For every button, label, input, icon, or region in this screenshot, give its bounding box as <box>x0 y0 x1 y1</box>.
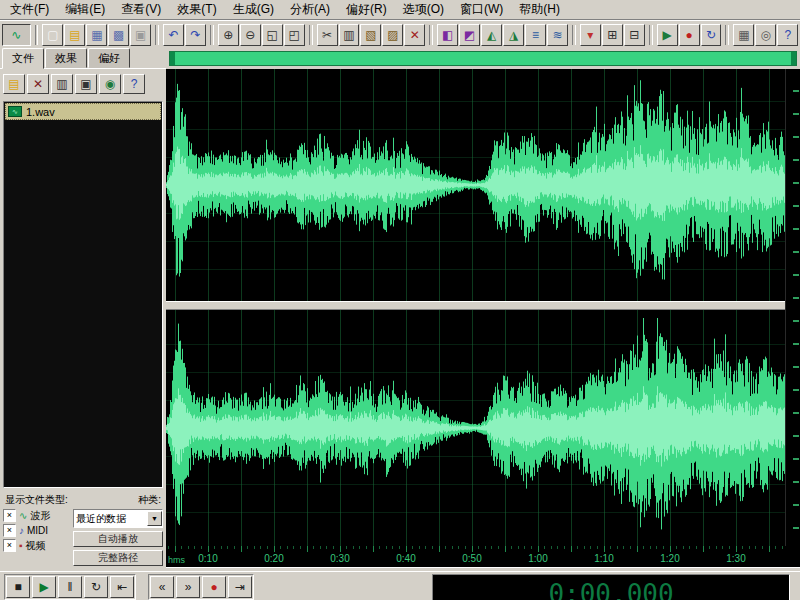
tab-效果[interactable]: 效果 <box>45 48 87 68</box>
checkbox-波形[interactable]: × <box>3 509 16 522</box>
cut-button[interactable]: ✂ <box>317 24 338 46</box>
overview-right-handle[interactable] <box>791 52 796 65</box>
timeline-label-0:30: 0:30 <box>330 553 349 564</box>
menu-item-5[interactable]: 分析(A) <box>282 0 338 20</box>
file-properties-button[interactable]: ▣ <box>75 74 97 94</box>
go-to-end-button[interactable]: ⇥ <box>228 576 252 598</box>
open-file-button[interactable]: ▤ <box>3 74 25 94</box>
overview-left-handle[interactable] <box>170 52 175 65</box>
menu-item-9[interactable]: 帮助(H) <box>511 0 568 20</box>
eq-effect-button[interactable]: ≡ <box>525 24 546 46</box>
toolbar-separator <box>210 25 214 45</box>
menu-item-4[interactable]: 生成(G) <box>225 0 282 20</box>
file-list[interactable]: ∿ 1.wav <box>3 101 163 488</box>
zoom-in-button[interactable]: ⊕ <box>218 24 239 46</box>
cd-burn-button[interactable]: ◎ <box>755 24 776 46</box>
reverb-effect-button[interactable]: ≋ <box>547 24 568 46</box>
close-file-button[interactable]: ✕ <box>27 74 49 94</box>
auto-play-button[interactable]: 自动播放 <box>73 531 163 547</box>
波形-icon: ∿ <box>19 511 27 521</box>
file-type-MIDI[interactable]: ×♪MIDI <box>3 524 69 537</box>
tab-文件[interactable]: 文件 <box>2 48 44 69</box>
record-enable-button[interactable]: ● <box>679 24 700 46</box>
panel-options-button[interactable]: ◉ <box>99 74 121 94</box>
open-file-button[interactable]: ▤ <box>64 24 85 46</box>
help-icon: ? <box>784 29 791 41</box>
menu-item-1[interactable]: 编辑(E) <box>57 0 113 20</box>
play-preview-button[interactable]: ▶ <box>657 24 678 46</box>
snap-toggle-button[interactable]: ⊞ <box>602 24 623 46</box>
amplify-effect-button[interactable]: ◭ <box>481 24 502 46</box>
play-button[interactable]: ▶ <box>32 576 56 598</box>
save-all-button[interactable]: ▩ <box>108 24 129 46</box>
open-file-icon: ▤ <box>8 78 19 90</box>
menu-item-3[interactable]: 效果(T) <box>169 0 224 20</box>
waveform-view[interactable] <box>166 69 786 546</box>
menu-item-7[interactable]: 选项(O) <box>395 0 452 20</box>
zoom-out-button[interactable]: ⊖ <box>240 24 261 46</box>
record-button[interactable]: ● <box>202 576 226 598</box>
overview-bar[interactable] <box>169 51 797 66</box>
tab-偏好[interactable]: 偏好 <box>88 48 130 68</box>
waveform-canvas[interactable] <box>166 69 786 546</box>
file-list-item[interactable]: ∿ 1.wav <box>5 103 161 120</box>
file-properties-icon: ▣ <box>80 78 91 90</box>
convert-sample-type-icon: ◧ <box>442 29 453 41</box>
save-file-button[interactable]: ▦ <box>86 24 107 46</box>
menu-item-2[interactable]: 查看(V) <box>113 0 169 20</box>
loop-toggle-button[interactable]: ↻ <box>701 24 722 46</box>
copy-button[interactable]: ▥ <box>339 24 360 46</box>
checkbox-MIDI[interactable]: × <box>3 524 16 537</box>
help-button[interactable]: ? <box>777 24 798 46</box>
wave-display-area: hms 0:100:200:300:400:501:001:101:201:30 <box>166 47 800 572</box>
zoom-to-selection-button[interactable]: ◱ <box>262 24 283 46</box>
play-looped-button[interactable]: ↻ <box>84 576 108 598</box>
mix-paste-button[interactable]: ▨ <box>382 24 403 46</box>
file-type-波形[interactable]: ×∿波形 <box>3 509 69 522</box>
pause-icon: ‖ <box>68 581 73 593</box>
menu-item-0[interactable]: 文件(F) <box>2 0 57 20</box>
rewind-button[interactable]: « <box>150 576 174 598</box>
transport-controls: ■▶‖↻⇤ <box>4 574 136 600</box>
paste-button[interactable]: ▧ <box>360 24 381 46</box>
zoom-full-button[interactable]: ◰ <box>284 24 305 46</box>
sort-dropdown-arrow[interactable]: ▼ <box>147 511 162 526</box>
panel-help-button[interactable]: ? <box>123 74 145 94</box>
menu-item-6[interactable]: 偏好(R) <box>338 0 395 20</box>
invert-effect-button[interactable]: ◩ <box>459 24 480 46</box>
menu-item-8[interactable]: 窗口(W) <box>452 0 511 20</box>
scripts-icon: ▦ <box>738 29 749 41</box>
new-file-button[interactable]: ▢ <box>42 24 63 46</box>
audio-editor-window: 文件(F)编辑(E)查看(V)效果(T)生成(G)分析(A)偏好(R)选项(O)… <box>0 0 800 600</box>
transport-bar: ■▶‖↻⇤ «»●⇥ 0:00.000 <box>0 571 800 600</box>
file-type-filter: 显示文件类型: 种类: ×∿波形×♪MIDI×▪视频 最近的数据 ▼ 自动播放 … <box>0 490 166 572</box>
convert-sample-type-button[interactable]: ◧ <box>437 24 458 46</box>
close-file-icon: ▣ <box>135 29 146 41</box>
group-toggle-button[interactable]: ⊟ <box>624 24 645 46</box>
sort-dropdown[interactable]: 最近的数据 ▼ <box>73 509 163 528</box>
scripts-button[interactable]: ▦ <box>733 24 754 46</box>
amplitude-ruler[interactable] <box>785 69 800 546</box>
redo-button[interactable]: ↷ <box>185 24 206 46</box>
delete-selection-button[interactable]: ✕ <box>404 24 425 46</box>
reverb-effect-icon: ≋ <box>552 29 562 41</box>
full-paths-button[interactable]: 完整路径 <box>73 550 163 566</box>
go-to-start-button[interactable]: ⇤ <box>110 576 134 598</box>
stop-button[interactable]: ■ <box>6 576 30 598</box>
fade-effect-button[interactable]: ◮ <box>503 24 524 46</box>
insert-into-multitrack-button[interactable]: ▥ <box>51 74 73 94</box>
stop-icon: ■ <box>14 581 21 593</box>
undo-button[interactable]: ↶ <box>163 24 184 46</box>
insert-into-multitrack-icon: ▥ <box>56 78 67 90</box>
waveform-editor-toggle-button[interactable]: ∿ <box>2 24 31 46</box>
fast-forward-button[interactable]: » <box>176 576 200 598</box>
file-type-视频[interactable]: ×▪视频 <box>3 539 69 552</box>
play-looped-icon: ↻ <box>91 581 101 593</box>
shuttle-controls: «»●⇥ <box>148 574 254 600</box>
mix-paste-icon: ▨ <box>387 29 398 41</box>
checkbox-视频[interactable]: × <box>3 539 16 552</box>
close-file-button[interactable]: ▣ <box>130 24 151 46</box>
timeline-ruler[interactable]: hms 0:100:200:300:400:501:001:101:201:30 <box>166 546 800 567</box>
add-marker-button[interactable]: ▾ <box>580 24 601 46</box>
pause-button[interactable]: ‖ <box>58 576 82 598</box>
